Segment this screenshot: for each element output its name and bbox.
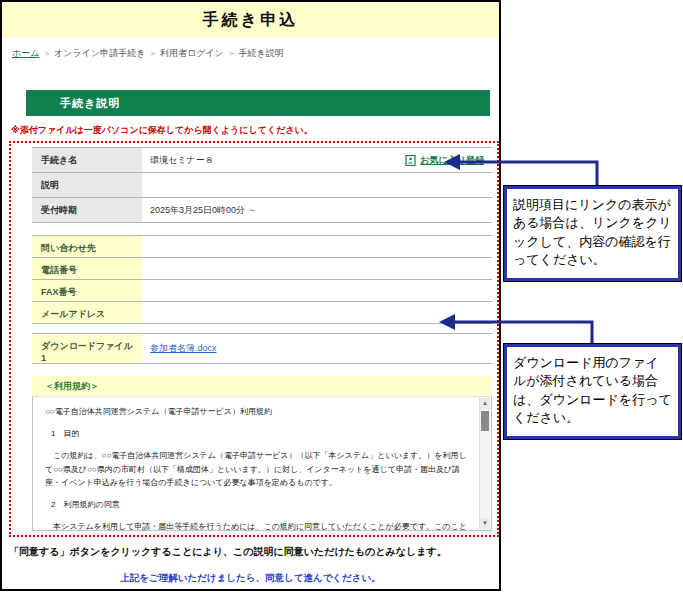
row-value	[142, 173, 492, 197]
page-title: 手続き申込	[203, 10, 298, 31]
terms-paragraph: この規約は、○○電子自治体共同運営システム（電子申請サービス）（以下「本システム…	[45, 449, 469, 489]
row-label: 受付時期	[32, 198, 142, 222]
table-row-phone: 電話番号	[32, 258, 492, 280]
table-group-gap	[32, 223, 492, 235]
breadcrumb: ホーム > オンライン申請手続き > 利用者ログイン > 手続き説明	[2, 38, 499, 67]
breadcrumb-separator: >	[229, 49, 234, 58]
table-row-fax: FAX番号	[32, 280, 492, 302]
procedure-info-table: 手続き名 環境セミナー８ お気に入り登録	[32, 147, 492, 223]
procedure-detail-area: 手続き名 環境セミナー８ お気に入り登録	[9, 141, 499, 537]
section-heading-bar: 手続き説明	[26, 90, 490, 116]
table-row-acceptance-period: 受付時期 2025年3月25日0時00分 ～	[32, 198, 492, 223]
attachment-warning-text: ※添付ファイルは一度パソコンに保存してから開くようにしてください。	[11, 124, 499, 137]
table-row-download-file: ダウンロードファイル1 参加者名簿.docx	[32, 334, 492, 364]
page-title-band: 手続き申込	[2, 2, 499, 38]
row-value	[142, 258, 492, 279]
callout-description-link: 説明項目にリンクの表示がある場合は、リンクをクリックして、内容の確認を行ってくだ…	[504, 186, 681, 281]
row-label: 問い合わせ先	[32, 236, 142, 257]
row-value: 環境セミナー８ お気に入り登録	[142, 148, 492, 172]
contact-info-table: 問い合わせ先 電話番号 FAX番号 メールアドレス	[32, 235, 492, 324]
favorite-register-label: お気に入り登録	[420, 154, 484, 167]
table-row-contact: 問い合わせ先	[32, 236, 492, 258]
row-label: メールアドレス	[32, 302, 142, 323]
section-heading: 手続き説明	[60, 96, 120, 111]
callout-download-file: ダウンロード用のファイルが添付されている場合は、ダウンロードを行ってください。	[504, 344, 681, 439]
download-file-table: ダウンロードファイル1 参加者名簿.docx	[32, 333, 492, 364]
terms-paragraph: 本システムを利用して申請・届出等手続を行うためには、この規約に同意していただくこ…	[45, 520, 469, 531]
row-value: 参加者名簿.docx	[142, 334, 492, 363]
terms-of-use-scroll-box[interactable]: ○○電子自治体共同運営システム（電子申請サービス）利用規約 1 目的 この規約は…	[32, 396, 492, 531]
agreement-instruction: 上記をご理解いただけましたら、同意して進んでください。	[2, 572, 499, 585]
row-label: ダウンロードファイル1	[32, 334, 142, 363]
scrollbar-thumb[interactable]	[481, 411, 489, 431]
terms-paragraph: ○○電子自治体共同運営システム（電子申請サービス）利用規約	[45, 405, 469, 418]
favorite-register-link[interactable]: お気に入り登録	[405, 154, 484, 167]
row-label: 説明	[32, 173, 142, 197]
table-group-gap	[32, 324, 492, 333]
row-value	[142, 280, 492, 301]
application-page: 手続き申込 ホーム > オンライン申請手続き > 利用者ログイン > 手続き説明…	[0, 0, 501, 591]
table-row-description: 説明	[32, 173, 492, 198]
agreement-note: 「同意する」ボタンをクリックすることにより、この説明に同意いただけたものとみなし…	[9, 545, 499, 559]
terms-paragraph: 1 目的	[45, 427, 469, 440]
breadcrumb-item-user-login: 利用者ログイン	[160, 47, 224, 60]
row-value: 2025年3月25日0時00分 ～	[142, 198, 492, 222]
scrollbar-up-arrow[interactable]: ▲	[480, 398, 490, 409]
table-row-procedure-name: 手続き名 環境セミナー８ お気に入り登録	[32, 148, 492, 173]
breadcrumb-item-procedure-description: 手続き説明	[239, 47, 284, 60]
breadcrumb-home-link[interactable]: ホーム	[12, 47, 39, 60]
row-label: FAX番号	[32, 280, 142, 301]
row-value	[142, 302, 492, 323]
breadcrumb-separator: >	[150, 49, 155, 58]
procedure-name-value: 環境セミナー８	[150, 154, 214, 167]
row-label: 手続き名	[32, 148, 142, 172]
vertical-scrollbar[interactable]: ▲ ▼	[479, 398, 490, 529]
bookmark-icon	[405, 155, 416, 166]
row-value	[142, 236, 492, 257]
breadcrumb-item-online-application: オンライン申請手続き	[54, 47, 145, 60]
breadcrumb-separator: >	[44, 49, 49, 58]
terms-of-use-header: ＜利用規約＞	[32, 376, 492, 396]
screenshot-canvas: 手続き申込 ホーム > オンライン申請手続き > 利用者ログイン > 手続き説明…	[0, 0, 683, 596]
scrollbar-down-arrow[interactable]: ▼	[480, 518, 490, 529]
row-label: 電話番号	[32, 258, 142, 279]
download-file-link[interactable]: 参加者名簿.docx	[150, 342, 217, 355]
table-row-email: メールアドレス	[32, 302, 492, 324]
terms-paragraph: 2 利用規約の同意	[45, 498, 469, 511]
